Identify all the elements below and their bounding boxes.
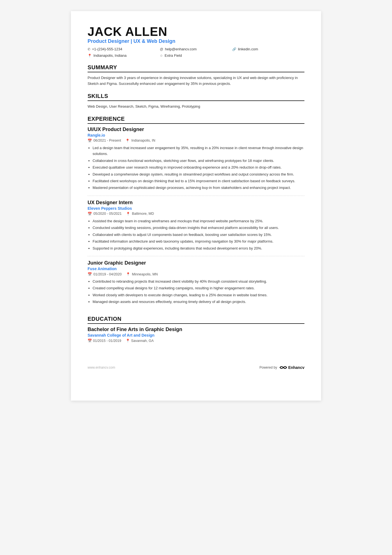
email-contact: @ help@enhancv.com — [160, 47, 232, 51]
list-item: Executed qualitative user research resul… — [93, 164, 304, 170]
list-item: Contributed to rebranding projects that … — [93, 278, 304, 284]
company-name-1: Rangle.io — [88, 133, 304, 137]
location-icon-3: 📍 — [126, 272, 130, 276]
linkedin-contact: 🔗 linkedin.com — [232, 47, 304, 51]
location-icon-2: 📍 — [126, 212, 130, 216]
calendar-icon-1: 📅 — [88, 139, 92, 143]
job-meta-1: 📅 06/2021 - Present 📍 Indianapolis, IN — [88, 139, 304, 143]
list-item: Worked closely with developers to execut… — [93, 292, 304, 298]
job-dates-1: 📅 06/2021 - Present — [88, 139, 121, 143]
location-icon-edu: 📍 — [126, 339, 130, 343]
edu-school: Savannah College of Art and Design — [88, 333, 304, 337]
footer-website: www.enhancv.com — [88, 366, 115, 369]
location-contact: 📍 Indianapolis, Indiana — [88, 53, 160, 58]
extra-field-value: Extra Field — [165, 53, 182, 58]
resume-page: JACK ALLEN Product Designer | UX & Web D… — [71, 11, 321, 401]
calendar-icon-edu: 📅 — [88, 339, 92, 343]
job-dates-3: 📅 01/2019 - 04/2020 — [88, 272, 121, 276]
list-item: Collaborated in cross-functional worksho… — [93, 158, 304, 164]
education-section: EDUCATION Bachelor of Fine Arts in Graph… — [88, 316, 304, 343]
job-title-2: UX Designer Intern — [88, 200, 304, 206]
extra-field-contact: ☆ Extra Field — [160, 53, 232, 58]
calendar-icon-2: 📅 — [88, 212, 92, 216]
enhancv-brand-name: Enhancv — [288, 365, 304, 370]
phone-contact: ✆ +1-(234)-555-1234 — [88, 47, 160, 51]
job-item-1: UI/UX Product Designer Rangle.io 📅 06/20… — [88, 127, 304, 196]
footer-brand: Powered by Enhancv — [259, 365, 304, 370]
location-value: Indianapolis, Indiana — [93, 53, 126, 58]
linkedin-value: linkedin.com — [238, 47, 258, 51]
phone-value: +1-(234)-555-1234 — [92, 47, 122, 51]
experience-section: EXPERIENCE UI/UX Product Designer Rangle… — [88, 116, 304, 310]
list-item: Facilitated client workshops on design t… — [93, 178, 304, 184]
skills-section: SKILLS Web Design, User Research, Sketch… — [88, 93, 304, 110]
list-item: Facilitated information architecture and… — [93, 238, 304, 244]
skills-title: SKILLS — [88, 93, 304, 101]
edu-dates: 📅 01/2015 - 01/2019 — [88, 339, 121, 343]
job-title-1: UI/UX Product Designer — [88, 127, 304, 132]
location-icon: 📍 — [88, 54, 92, 58]
job-dates-2: 📅 05/2020 - 05/2021 — [88, 212, 121, 216]
candidate-name: JACK ALLEN — [88, 25, 304, 38]
summary-title: SUMMARY — [88, 64, 304, 72]
education-title: EDUCATION — [88, 316, 304, 324]
powered-by-text: Powered by — [259, 366, 277, 369]
list-item: Assisted the design team in creating wir… — [93, 218, 304, 224]
edu-meta: 📅 01/2015 - 01/2019 📍 Savannah, GA — [88, 339, 304, 343]
job-bullets-3: Contributed to rebranding projects that … — [88, 278, 304, 305]
calendar-icon-3: 📅 — [88, 272, 92, 276]
list-item: Managed design assets and resources effe… — [93, 299, 304, 305]
email-icon: @ — [160, 47, 163, 51]
company-name-2: Eleven Peppers Studios — [88, 206, 304, 211]
location-icon-1: 📍 — [125, 139, 130, 143]
job-bullets-1: Led a design team that increased user en… — [88, 145, 304, 191]
list-item: Collaborated with clients to adjust UI c… — [93, 232, 304, 238]
experience-title: EXPERIENCE — [88, 116, 304, 124]
skills-text: Web Design, User Research, Sketch, Figma… — [88, 104, 304, 110]
link-icon: 🔗 — [232, 47, 236, 51]
job-location-2: 📍 Baltimore, MD — [126, 212, 154, 216]
job-item-3: Junior Graphic Designer Fuse Animation 📅… — [88, 260, 304, 310]
job-item-2: UX Designer Intern Eleven Peppers Studio… — [88, 200, 304, 256]
header-section: JACK ALLEN Product Designer | UX & Web D… — [88, 25, 304, 59]
list-item: Developed a comprehensive design system,… — [93, 171, 304, 177]
list-item: Conducted usability testing sessions, pr… — [93, 225, 304, 231]
enhancv-logo: Enhancv — [279, 365, 304, 370]
contact-row: ✆ +1-(234)-555-1234 @ help@enhancv.com 🔗… — [88, 47, 304, 59]
edu-degree: Bachelor of Fine Arts in Graphic Design — [88, 327, 304, 332]
email-value: help@enhancv.com — [165, 47, 197, 51]
job-bullets-2: Assisted the design team in creating wir… — [88, 218, 304, 251]
company-name-3: Fuse Animation — [88, 267, 304, 271]
edu-location: 📍 Savannah, GA — [126, 339, 154, 343]
job-location-1: 📍 Indianapolis, IN — [125, 139, 155, 143]
enhancv-logo-icon — [279, 365, 287, 370]
job-meta-3: 📅 01/2019 - 04/2020 📍 Minneapolis, MN — [88, 272, 304, 276]
job-location-3: 📍 Minneapolis, MN — [126, 272, 158, 276]
list-item: Led a design team that increased user en… — [93, 145, 304, 157]
list-item: Mastered presentation of sophisticated d… — [93, 185, 304, 191]
page-footer: www.enhancv.com Powered by Enhancv — [88, 359, 304, 370]
job-title-3: Junior Graphic Designer — [88, 260, 304, 266]
list-item: Created compelling visual designs for 12… — [93, 285, 304, 291]
job-meta-2: 📅 05/2020 - 05/2021 📍 Baltimore, MD — [88, 212, 304, 216]
summary-section: SUMMARY Product Designer with 3 years of… — [88, 64, 304, 87]
list-item: Supported in prototyping digital experie… — [93, 245, 304, 251]
summary-text: Product Designer with 3 years of experie… — [88, 75, 304, 87]
phone-icon: ✆ — [88, 47, 90, 51]
candidate-title: Product Designer | UX & Web Design — [88, 38, 304, 44]
star-icon: ☆ — [160, 54, 163, 58]
